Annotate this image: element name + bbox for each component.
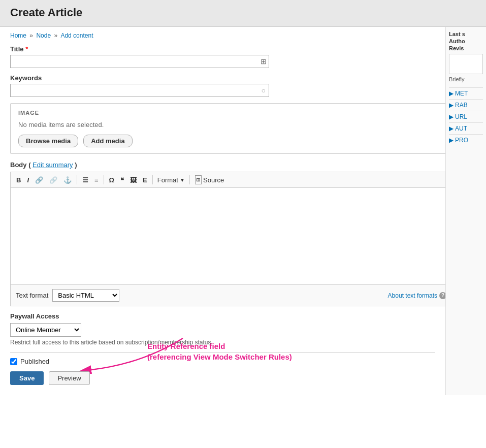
sidebar-last-saved: Last s Autho Revis Briefly (449, 31, 483, 82)
sidebar-rab[interactable]: ▶ RAB (449, 99, 483, 111)
source-button[interactable]: ⊞ Source (192, 174, 226, 185)
keywords-input-wrapper: ○ (10, 84, 269, 97)
format-label: Format (157, 176, 178, 184)
sidebar-textarea[interactable] (449, 54, 483, 74)
editor-body[interactable] (11, 188, 451, 284)
embed-button[interactable]: E (140, 175, 150, 185)
sidebar-meta[interactable]: ▶ MET (449, 87, 483, 99)
editor-container: B I 🔗 🔗 ⚓ ☰ ≡ Ω ❝ 🖼 E Format (10, 172, 452, 306)
paywall-select-wrapper: Online Member Print Member Public (10, 323, 435, 337)
title-label: Title * (10, 45, 435, 53)
sidebar-revision-label: Revis (449, 45, 483, 51)
paywall-select[interactable]: Online Member Print Member Public (10, 323, 81, 337)
sidebar-url[interactable]: ▶ URL (449, 111, 483, 122)
format-dropdown-arrow: ▼ (180, 177, 185, 183)
text-format-bar: Text format Basic HTML Full HTML Plain t… (11, 284, 451, 306)
required-marker: * (25, 45, 28, 53)
blockquote-button[interactable]: ❝ (118, 175, 126, 185)
text-format-select[interactable]: Basic HTML Full HTML Plain text Restrict… (52, 289, 119, 302)
keywords-label: Keywords (10, 74, 435, 82)
about-text-formats-area: About text formats ? (388, 292, 446, 299)
source-label: Source (203, 176, 224, 184)
save-button[interactable]: Save (10, 371, 44, 385)
paywall-label: Paywall Access (10, 312, 435, 320)
sidebar-pro[interactable]: ▶ PRO (449, 134, 483, 146)
published-label: Published (20, 358, 49, 365)
paywall-section: Paywall Access Online Member Print Membe… (10, 312, 435, 346)
link-button[interactable]: 🔗 (33, 175, 46, 185)
image-section-title: IMAGE (18, 110, 444, 116)
preview-button[interactable]: Preview (49, 371, 89, 385)
sidebar-briefly: Briefly (449, 76, 483, 82)
bold-button[interactable]: B (14, 175, 23, 185)
anchor-button[interactable]: ⚓ (61, 175, 74, 185)
breadcrumb-add-content[interactable]: Add content (60, 32, 93, 39)
sidebar: Last s Autho Revis Briefly ▶ MET ▶ RAB ▶… (445, 27, 486, 395)
edit-summary-link[interactable]: Edit summary (33, 161, 73, 169)
page-title: Create Article (10, 6, 476, 19)
format-dropdown-button[interactable]: Format ▼ (155, 175, 187, 185)
published-checkbox[interactable] (10, 358, 17, 365)
toolbar-sep-4 (189, 175, 190, 184)
unordered-list-button[interactable]: ☰ (80, 175, 91, 185)
breadcrumb-home[interactable]: Home (10, 32, 26, 39)
divider (10, 352, 435, 353)
image-button[interactable]: 🖼 (127, 175, 139, 185)
special-char-button[interactable]: Ω (107, 175, 117, 185)
browse-media-button[interactable]: Browse media (18, 135, 78, 147)
text-format-label: Text format (16, 292, 48, 299)
toolbar-sep-3 (152, 175, 153, 184)
ordered-list-button[interactable]: ≡ (92, 175, 101, 185)
page-header: Create Article (0, 0, 486, 27)
image-section: IMAGE No media items are selected. Brows… (10, 103, 452, 154)
breadcrumb: Home » Node » Add content (10, 32, 435, 39)
action-buttons: Save Preview (10, 371, 435, 385)
published-row: Published (10, 358, 435, 365)
about-text-formats-link[interactable]: About text formats (388, 292, 437, 299)
main-layout: Home » Node » Add content Title * ⊞ Keyw… (0, 27, 486, 395)
main-content: Home » Node » Add content Title * ⊞ Keyw… (0, 27, 445, 395)
title-input[interactable] (14, 58, 255, 66)
unlink-button[interactable]: 🔗 (47, 175, 60, 185)
title-input-icon: ⊞ (261, 57, 267, 66)
media-buttons: Browse media Add media (18, 135, 444, 147)
sidebar-aut[interactable]: ▶ AUT (449, 122, 483, 134)
sidebar-author-label: Autho (449, 38, 483, 44)
source-icon: ⊞ (195, 175, 202, 184)
toolbar-sep-2 (104, 175, 104, 184)
editor-toolbar: B I 🔗 🔗 ⚓ ☰ ≡ Ω ❝ 🖼 E Format (11, 172, 451, 188)
title-input-wrapper: ⊞ (10, 55, 269, 68)
action-area: Entity Reference field (referencing View… (10, 371, 435, 385)
breadcrumb-node[interactable]: Node (36, 32, 51, 39)
italic-button[interactable]: I (24, 175, 31, 185)
add-media-button[interactable]: Add media (83, 135, 132, 147)
title-field-group: Title * ⊞ (10, 45, 435, 68)
search-icon: ○ (262, 86, 266, 94)
paywall-description: Restrict full access to this article bas… (10, 339, 435, 346)
body-label: Body ( Edit summary ) (10, 161, 435, 169)
sidebar-last-saved-label: Last s (449, 31, 483, 37)
body-section: Body ( Edit summary ) B I 🔗 🔗 ⚓ ☰ ≡ Ω (10, 161, 435, 306)
no-media-text: No media items are selected. (18, 121, 444, 129)
keywords-input[interactable] (14, 87, 266, 94)
keywords-field-group: Keywords ○ (10, 74, 435, 97)
text-format-left: Text format Basic HTML Full HTML Plain t… (16, 289, 119, 302)
toolbar-sep-1 (77, 175, 77, 184)
